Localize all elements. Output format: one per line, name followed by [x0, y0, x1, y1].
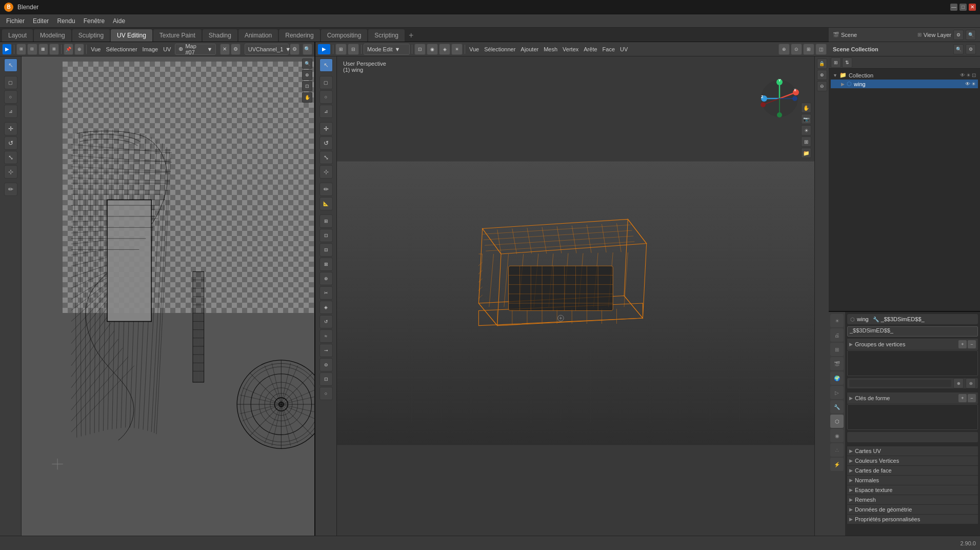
props-icon-output[interactable]: 🖨 — [830, 328, 844, 342]
vp-cursor-tool[interactable]: ↖ — [319, 58, 333, 72]
close-button[interactable]: ✕ — [969, 4, 976, 11]
groups-section-header[interactable]: ▶ Groupes de vertices + − — [847, 339, 978, 350]
vp-scene-out[interactable]: ⊞ — [801, 136, 811, 147]
uv-menu-image[interactable]: Image — [141, 46, 161, 52]
tab-texture-paint[interactable]: Texture Paint — [153, 29, 202, 42]
groups-add-btn[interactable]: + — [958, 340, 967, 348]
vp-to-sphere-tool[interactable]: ○ — [319, 387, 333, 400]
uv-zoom-out-btn[interactable]: ⊕ — [302, 70, 312, 80]
viewport-mode-dropdown[interactable]: Mode Edit ▼ — [364, 44, 410, 55]
menu-aide[interactable]: Aide — [109, 16, 129, 26]
outliner-wing-item[interactable]: ▶ ⬡ wing 👁 ☀ — [831, 80, 978, 88]
tab-add-button[interactable]: + — [406, 29, 416, 42]
vp-wireframe-btn[interactable]: ⊡ — [414, 44, 426, 55]
menu-fenetre[interactable]: Fenêtre — [79, 16, 109, 26]
vp-zoom-cam[interactable]: 📷 — [801, 114, 811, 124]
vp-xray-btn[interactable]: ◫ — [815, 44, 827, 55]
props-icon-render[interactable]: ☀ — [830, 314, 844, 327]
uv-rotate-tool[interactable]: ↺ — [4, 136, 17, 150]
tab-shading[interactable]: Shading — [203, 29, 237, 42]
uv-grab-btn[interactable]: ✋ — [302, 92, 312, 103]
props-icon-material[interactable]: ◉ — [830, 429, 844, 442]
normales-section[interactable]: ▶ Normales — [847, 476, 978, 485]
vp-right-show[interactable]: ⊕ — [817, 70, 827, 80]
vp-menu-mesh[interactable]: Mesh — [542, 46, 559, 52]
props-icon-scene[interactable]: 🎬 — [830, 357, 844, 370]
vp-shear-tool[interactable]: ⊡ — [319, 372, 333, 386]
cartes-uv-section[interactable]: ▶ Cartes UV — [847, 446, 978, 456]
vp-spin-tool[interactable]: ↺ — [319, 315, 333, 328]
outliner-collection-header[interactable]: ▼ 📁 Collection 👁 ☀ ⊡ — [831, 71, 978, 80]
uv-cursor-tool[interactable]: ↖ — [4, 58, 17, 72]
proprietes-perso-section[interactable]: ▶ Propriétés personnalisées — [847, 515, 978, 524]
uv-view-btn-1[interactable]: ⊞ — [16, 44, 26, 55]
vp-right-lock[interactable]: 🔒 — [817, 58, 827, 69]
groups-action-btn-1[interactable]: ⊕ — [953, 378, 964, 388]
vp-bevel-tool[interactable]: ⊠ — [319, 258, 333, 271]
uv-move-tool[interactable]: ✛ — [4, 122, 17, 135]
vp-menu-arete[interactable]: Arête — [582, 46, 599, 52]
remesh-section[interactable]: ▶ Remesh — [847, 495, 978, 504]
vp-mode-btn[interactable]: ▶ — [317, 44, 331, 55]
vp-poly-build-tool[interactable]: ◈ — [319, 301, 333, 314]
uv-transform-tool[interactable]: ⊹ — [4, 165, 17, 179]
shape-keys-section-header[interactable]: ▶ Clés de forme + − — [847, 392, 978, 404]
vp-measure-tool[interactable]: 📐 — [319, 197, 333, 210]
vp-annotate-tool[interactable]: ✏ — [319, 183, 333, 196]
uv-annotate-tool[interactable]: ✏ — [4, 183, 17, 196]
uv-menu-uv[interactable]: UV — [161, 46, 173, 52]
uv-view-btn-2[interactable]: ⊟ — [27, 44, 37, 55]
vp-material-btn[interactable]: ◈ — [439, 44, 450, 55]
view-layer-filter-btn[interactable]: 🔍 — [966, 30, 976, 40]
props-icon-world[interactable]: 🌍 — [830, 371, 844, 385]
props-icon-view-layer[interactable]: ⊞ — [830, 343, 844, 356]
vp-smooth-tool[interactable]: ≈ — [319, 329, 333, 343]
channel-dropdown[interactable]: UVChannel_1 ▼ — [245, 44, 289, 55]
groups-remove-btn[interactable]: − — [968, 340, 976, 348]
vp-menu-uv[interactable]: UV — [618, 46, 630, 52]
vp-inset-tool[interactable]: ⊟ — [319, 243, 333, 257]
vp-overlay-btn[interactable]: ⊞ — [803, 44, 814, 55]
tab-sculpting[interactable]: Sculpting — [72, 29, 110, 42]
vp-snap-btn[interactable]: ⊕ — [778, 44, 790, 55]
vp-select-box-tool[interactable]: ▢ — [319, 76, 333, 89]
tab-scripting[interactable]: Scripting — [368, 29, 405, 42]
uv-channel-settings-btn[interactable]: ⚙ — [290, 44, 299, 55]
outliner-sort[interactable]: ⇅ — [842, 57, 852, 68]
uv-overlay-btn[interactable]: ⊕ — [74, 44, 84, 55]
vp-shrink-tool[interactable]: ⊖ — [319, 358, 333, 371]
donnees-geometrie-section[interactable]: ▶ Données de géométrie — [847, 505, 978, 514]
vp-solid-btn[interactable]: ◉ — [427, 44, 438, 55]
couleurs-vertices-section[interactable]: ▶ Couleurs Vertices — [847, 456, 978, 465]
minimize-button[interactable]: — — [950, 4, 957, 11]
vp-menu-select[interactable]: Sélectionner — [482, 46, 517, 52]
uv-select-mode-btn[interactable]: ▶ — [2, 44, 12, 55]
vp-editor-type[interactable]: ⊞ — [335, 44, 347, 55]
uv-zoom-in-btn[interactable]: 🔍 — [302, 58, 312, 69]
shape-keys-remove-btn[interactable]: − — [968, 394, 976, 402]
tab-modeling[interactable]: Modeling — [34, 29, 71, 42]
uv-fit-btn[interactable]: ⊡ — [302, 81, 312, 91]
map-dropdown[interactable]: ⊕ Map #07 ▼ — [175, 44, 216, 55]
uv-view-btn-4[interactable]: ⊠ — [49, 44, 59, 55]
vp-scale-tool[interactable]: ⤡ — [319, 151, 333, 164]
uv-menu-select[interactable]: Sélectionner — [104, 46, 139, 52]
vp-editor-type-2[interactable]: ⊟ — [348, 44, 359, 55]
vp-right-hide[interactable]: ⊖ — [817, 81, 827, 91]
vp-rotate-tool[interactable]: ↺ — [319, 136, 333, 150]
view-layer-options-btn[interactable]: ⚙ — [953, 30, 964, 40]
tab-animation[interactable]: Animation — [238, 29, 278, 42]
vp-select-circle-tool[interactable]: ○ — [319, 90, 333, 104]
menu-fichier[interactable]: Fichier — [2, 16, 29, 26]
uv-delete-btn[interactable]: ✕ — [220, 44, 230, 55]
vp-transform-tool[interactable]: ⊹ — [319, 165, 333, 179]
menu-editer[interactable]: Editer — [29, 16, 53, 26]
props-icon-data[interactable]: ⬡ — [830, 415, 844, 428]
menu-rendu[interactable]: Rendu — [53, 16, 79, 26]
tab-uv-editing[interactable]: UV Editing — [111, 29, 152, 42]
espace-texture-section[interactable]: ▶ Espace texture — [847, 485, 978, 495]
props-icon-modifiers[interactable]: 🔧 — [830, 400, 844, 414]
tab-rendering[interactable]: Rendering — [279, 29, 319, 42]
vp-menu-vertex[interactable]: Vertex — [561, 46, 581, 52]
vp-extrude-tool[interactable]: ⊡ — [319, 229, 333, 242]
